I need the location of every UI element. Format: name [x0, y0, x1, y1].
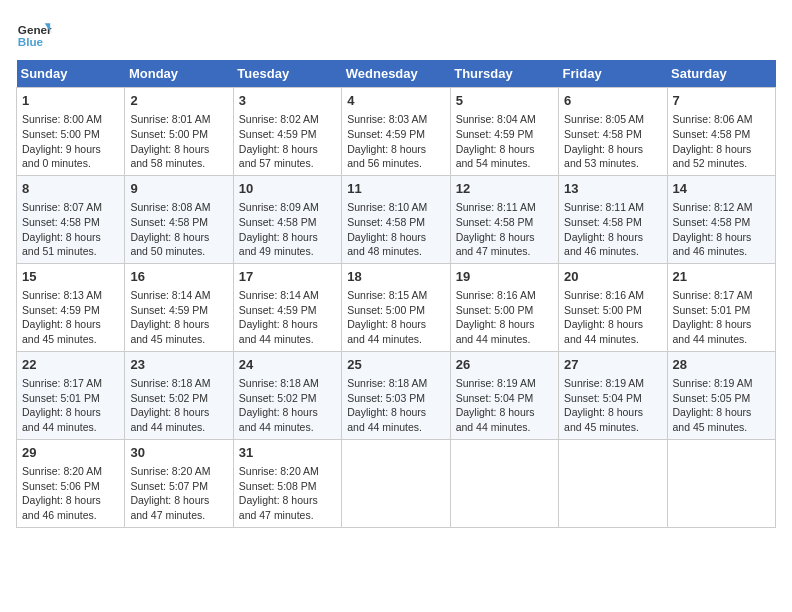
daylight: Daylight: 8 hours and 44 minutes.: [239, 406, 318, 433]
calendar-cell: 13Sunrise: 8:11 AMSunset: 4:58 PMDayligh…: [559, 175, 667, 263]
sunset: Sunset: 5:07 PM: [130, 480, 208, 492]
sunset: Sunset: 5:00 PM: [130, 128, 208, 140]
weekday-header: Sunday: [17, 60, 125, 88]
day-number: 21: [673, 268, 770, 286]
calendar-cell: 5Sunrise: 8:04 AMSunset: 4:59 PMDaylight…: [450, 88, 558, 176]
sunrise: Sunrise: 8:16 AM: [456, 289, 536, 301]
sunrise: Sunrise: 8:18 AM: [347, 377, 427, 389]
sunrise: Sunrise: 8:06 AM: [673, 113, 753, 125]
calendar-cell: 14Sunrise: 8:12 AMSunset: 4:58 PMDayligh…: [667, 175, 775, 263]
daylight: Daylight: 8 hours and 48 minutes.: [347, 231, 426, 258]
logo-icon: General Blue: [16, 16, 52, 52]
sunrise: Sunrise: 8:19 AM: [564, 377, 644, 389]
calendar-cell: 17Sunrise: 8:14 AMSunset: 4:59 PMDayligh…: [233, 263, 341, 351]
sunset: Sunset: 5:08 PM: [239, 480, 317, 492]
sunrise: Sunrise: 8:05 AM: [564, 113, 644, 125]
calendar-cell: [342, 439, 450, 527]
sunrise: Sunrise: 8:17 AM: [22, 377, 102, 389]
weekday-header: Wednesday: [342, 60, 450, 88]
daylight: Daylight: 8 hours and 50 minutes.: [130, 231, 209, 258]
calendar-cell: 22Sunrise: 8:17 AMSunset: 5:01 PMDayligh…: [17, 351, 125, 439]
day-number: 4: [347, 92, 444, 110]
sunrise: Sunrise: 8:03 AM: [347, 113, 427, 125]
sunrise: Sunrise: 8:13 AM: [22, 289, 102, 301]
sunset: Sunset: 4:59 PM: [456, 128, 534, 140]
weekday-header: Tuesday: [233, 60, 341, 88]
sunset: Sunset: 4:58 PM: [673, 216, 751, 228]
daylight: Daylight: 8 hours and 49 minutes.: [239, 231, 318, 258]
sunrise: Sunrise: 8:14 AM: [239, 289, 319, 301]
daylight: Daylight: 8 hours and 44 minutes.: [456, 406, 535, 433]
calendar-header-row: SundayMondayTuesdayWednesdayThursdayFrid…: [17, 60, 776, 88]
calendar-table: SundayMondayTuesdayWednesdayThursdayFrid…: [16, 60, 776, 528]
calendar-cell: 10Sunrise: 8:09 AMSunset: 4:58 PMDayligh…: [233, 175, 341, 263]
sunset: Sunset: 5:00 PM: [456, 304, 534, 316]
calendar-cell: [667, 439, 775, 527]
calendar-cell: 9Sunrise: 8:08 AMSunset: 4:58 PMDaylight…: [125, 175, 233, 263]
day-number: 14: [673, 180, 770, 198]
day-number: 28: [673, 356, 770, 374]
sunrise: Sunrise: 8:02 AM: [239, 113, 319, 125]
sunset: Sunset: 5:04 PM: [456, 392, 534, 404]
daylight: Daylight: 8 hours and 46 minutes.: [673, 231, 752, 258]
sunset: Sunset: 5:01 PM: [22, 392, 100, 404]
daylight: Daylight: 8 hours and 44 minutes.: [239, 318, 318, 345]
sunrise: Sunrise: 8:09 AM: [239, 201, 319, 213]
sunrise: Sunrise: 8:11 AM: [564, 201, 644, 213]
sunset: Sunset: 4:58 PM: [347, 216, 425, 228]
sunrise: Sunrise: 8:16 AM: [564, 289, 644, 301]
sunrise: Sunrise: 8:19 AM: [673, 377, 753, 389]
sunset: Sunset: 5:02 PM: [239, 392, 317, 404]
daylight: Daylight: 8 hours and 45 minutes.: [564, 406, 643, 433]
day-number: 29: [22, 444, 119, 462]
day-number: 24: [239, 356, 336, 374]
sunset: Sunset: 4:58 PM: [130, 216, 208, 228]
calendar-cell: 7Sunrise: 8:06 AMSunset: 4:58 PMDaylight…: [667, 88, 775, 176]
calendar-week-row: 29Sunrise: 8:20 AMSunset: 5:06 PMDayligh…: [17, 439, 776, 527]
day-number: 17: [239, 268, 336, 286]
calendar-week-row: 1Sunrise: 8:00 AMSunset: 5:00 PMDaylight…: [17, 88, 776, 176]
daylight: Daylight: 8 hours and 53 minutes.: [564, 143, 643, 170]
calendar-cell: 30Sunrise: 8:20 AMSunset: 5:07 PMDayligh…: [125, 439, 233, 527]
daylight: Daylight: 8 hours and 45 minutes.: [673, 406, 752, 433]
sunrise: Sunrise: 8:17 AM: [673, 289, 753, 301]
calendar-cell: 20Sunrise: 8:16 AMSunset: 5:00 PMDayligh…: [559, 263, 667, 351]
day-number: 2: [130, 92, 227, 110]
sunrise: Sunrise: 8:12 AM: [673, 201, 753, 213]
daylight: Daylight: 9 hours and 0 minutes.: [22, 143, 101, 170]
day-number: 22: [22, 356, 119, 374]
sunrise: Sunrise: 8:19 AM: [456, 377, 536, 389]
calendar-cell: 11Sunrise: 8:10 AMSunset: 4:58 PMDayligh…: [342, 175, 450, 263]
daylight: Daylight: 8 hours and 54 minutes.: [456, 143, 535, 170]
calendar-cell: 4Sunrise: 8:03 AMSunset: 4:59 PMDaylight…: [342, 88, 450, 176]
sunset: Sunset: 4:58 PM: [239, 216, 317, 228]
calendar-week-row: 22Sunrise: 8:17 AMSunset: 5:01 PMDayligh…: [17, 351, 776, 439]
daylight: Daylight: 8 hours and 44 minutes.: [673, 318, 752, 345]
daylight: Daylight: 8 hours and 45 minutes.: [22, 318, 101, 345]
day-number: 25: [347, 356, 444, 374]
sunrise: Sunrise: 8:11 AM: [456, 201, 536, 213]
daylight: Daylight: 8 hours and 56 minutes.: [347, 143, 426, 170]
daylight: Daylight: 8 hours and 44 minutes.: [347, 406, 426, 433]
calendar-week-row: 15Sunrise: 8:13 AMSunset: 4:59 PMDayligh…: [17, 263, 776, 351]
sunset: Sunset: 4:58 PM: [22, 216, 100, 228]
sunset: Sunset: 5:01 PM: [673, 304, 751, 316]
calendar-cell: [559, 439, 667, 527]
day-number: 12: [456, 180, 553, 198]
sunset: Sunset: 4:59 PM: [130, 304, 208, 316]
calendar-cell: 8Sunrise: 8:07 AMSunset: 4:58 PMDaylight…: [17, 175, 125, 263]
calendar-cell: 28Sunrise: 8:19 AMSunset: 5:05 PMDayligh…: [667, 351, 775, 439]
calendar-cell: 1Sunrise: 8:00 AMSunset: 5:00 PMDaylight…: [17, 88, 125, 176]
weekday-header: Monday: [125, 60, 233, 88]
daylight: Daylight: 8 hours and 46 minutes.: [564, 231, 643, 258]
daylight: Daylight: 8 hours and 52 minutes.: [673, 143, 752, 170]
sunrise: Sunrise: 8:08 AM: [130, 201, 210, 213]
sunrise: Sunrise: 8:18 AM: [239, 377, 319, 389]
daylight: Daylight: 8 hours and 47 minutes.: [239, 494, 318, 521]
daylight: Daylight: 8 hours and 47 minutes.: [130, 494, 209, 521]
calendar-cell: 19Sunrise: 8:16 AMSunset: 5:00 PMDayligh…: [450, 263, 558, 351]
sunrise: Sunrise: 8:14 AM: [130, 289, 210, 301]
sunrise: Sunrise: 8:20 AM: [239, 465, 319, 477]
day-number: 5: [456, 92, 553, 110]
daylight: Daylight: 8 hours and 57 minutes.: [239, 143, 318, 170]
